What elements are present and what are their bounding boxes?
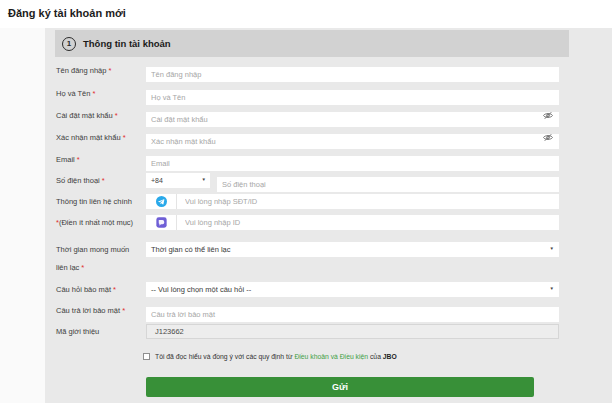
terms-link[interactable]: Điều khoản và Điều kiện [294,353,368,360]
contact-time-value: Thời gian có thể liên lạc [146,245,550,254]
chevron-down-icon: ▼ [202,178,210,183]
required-marker: * [81,263,84,272]
contact-label-line2: *(Điền ít nhất một mục) [56,218,133,227]
agreement-text: Tôi đã đọc hiểu và đồng ý với các quy đị… [155,353,397,360]
referral-code-field: J123662 [146,324,559,339]
fullname-input[interactable] [146,90,559,105]
form-row: Thời gian có thể liên lạc ▼ [146,242,559,257]
form-row [146,86,559,101]
required-marker: * [92,89,95,98]
confirm-password-label: Xác nhận mật khẩu* [56,133,126,142]
contact-time-label-line1: Thời gian mong muốn [56,245,129,254]
required-marker: * [102,176,105,185]
required-marker: * [122,306,125,315]
form-row: -- Vui lòng chọn một câu hỏi -- ▼ [146,282,559,297]
form-row [146,303,559,318]
phone-label: Số điện thoại* [56,176,105,185]
phone-input[interactable] [217,177,559,192]
chevron-down-icon: ▼ [550,287,559,292]
viber-icon [156,217,167,228]
contact-time-select[interactable]: Thời gian có thể liên lạc ▼ [146,242,559,257]
required-marker: * [108,66,111,75]
section-header: 1 Thông tin tài khoản [55,30,569,57]
country-code-value: +84 [146,177,202,184]
email-label: Email* [56,155,80,164]
form-row [146,63,559,78]
telegram-icon [156,196,167,207]
security-answer-input[interactable] [146,307,559,322]
security-question-select[interactable]: -- Vui lòng chọn một câu hỏi -- ▼ [146,282,559,297]
telegram-id-input[interactable] [177,194,559,209]
chevron-down-icon: ▼ [550,247,559,252]
required-marker: * [113,285,116,294]
password-label: Cài đặt mật khẩu* [56,111,118,120]
agreement-row: Tôi đã đọc hiểu và đồng ý với các quy đị… [143,353,397,360]
security-question-label: Câu hỏi bảo mật* [56,285,116,294]
username-label: Tên đăng nhập* [56,66,111,75]
required-marker: * [115,111,118,120]
left-margin [0,28,45,403]
viber-contact-row [146,215,559,230]
form-row: +84 ▼ [146,173,559,188]
country-code-select[interactable]: +84 ▼ [146,173,210,188]
username-input[interactable] [146,67,559,82]
security-answer-label: Câu trả lời bảo mật* [56,306,125,315]
referral-code-label: Mã giới thiệu [56,327,99,336]
password-input[interactable] [146,112,559,127]
top-bar: Đăng ký tài khoản mới [0,0,612,28]
eye-off-icon[interactable] [543,133,553,142]
email-input[interactable] [146,156,559,171]
security-question-value: -- Vui lòng chọn một câu hỏi -- [146,285,550,294]
contact-time-label-line2: liên lạc* [56,263,84,272]
confirm-password-input[interactable] [146,134,559,149]
form-row [146,130,559,145]
telegram-icon-cell [146,194,177,209]
required-marker: * [123,133,126,142]
step-number-badge: 1 [62,37,76,51]
section-title: Thông tin tài khoản [83,38,171,49]
required-marker: * [77,155,80,164]
viber-icon-cell [146,215,177,230]
page-title: Đăng ký tài khoản mới [8,7,126,19]
referral-code-value: J123662 [147,327,184,336]
form-row: J123662 [146,324,559,339]
terms-checkbox[interactable] [143,353,150,360]
submit-button[interactable]: Gửi [146,377,534,397]
viber-id-input[interactable] [177,215,559,230]
contact-label-line1: Thông tin liên hệ chính [56,197,132,206]
fullname-label: Họ và Tên* [56,89,95,98]
brand-name: JBO [383,353,397,360]
eye-off-icon[interactable] [543,111,553,120]
telegram-contact-row [146,194,559,209]
form-row [146,152,559,167]
form-row [146,108,559,123]
